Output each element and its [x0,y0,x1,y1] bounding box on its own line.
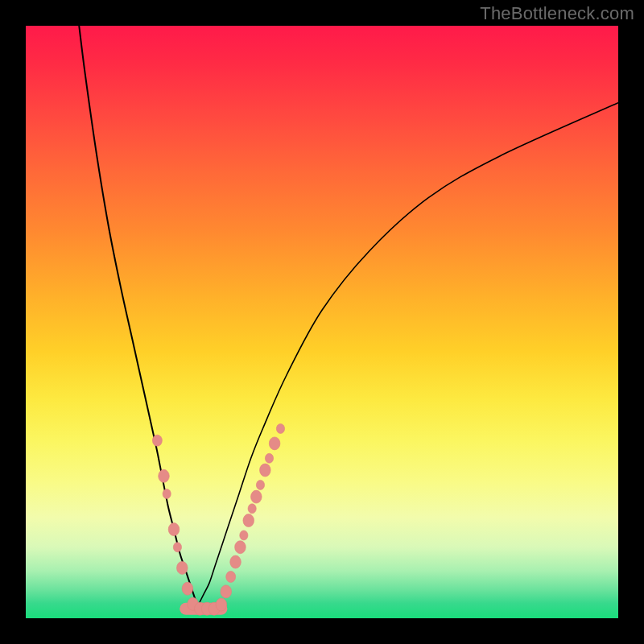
left-curve-path [79,26,197,606]
right-curve [197,103,618,607]
marker-dot [251,490,262,503]
marker-dot [276,423,284,433]
marker-dot [159,469,170,482]
marker-dot [163,489,171,498]
left-curve [79,26,197,606]
bottleneck-curve-svg [26,26,618,618]
marker-dot [248,504,256,514]
marker-dot [168,523,180,536]
marker-dot [240,530,248,540]
marker-dot [230,555,242,568]
chart-frame: TheBottleneck.com [0,0,644,644]
right-curve-path [197,103,618,607]
marker-dot [216,598,227,611]
marker-dot [260,464,271,477]
marker-dot [226,571,236,582]
marker-dot [235,541,246,554]
marker-dot [243,514,254,527]
marker-dots [152,423,284,615]
marker-dot [182,582,193,595]
marker-dot [221,585,232,598]
marker-dot [173,543,181,552]
marker-dot [265,453,273,463]
marker-dot [256,480,264,489]
watermark-text: TheBottleneck.com [480,3,634,24]
marker-dot [152,435,162,446]
plot-area [26,26,618,618]
marker-dot [269,437,280,450]
marker-dot [177,561,188,574]
